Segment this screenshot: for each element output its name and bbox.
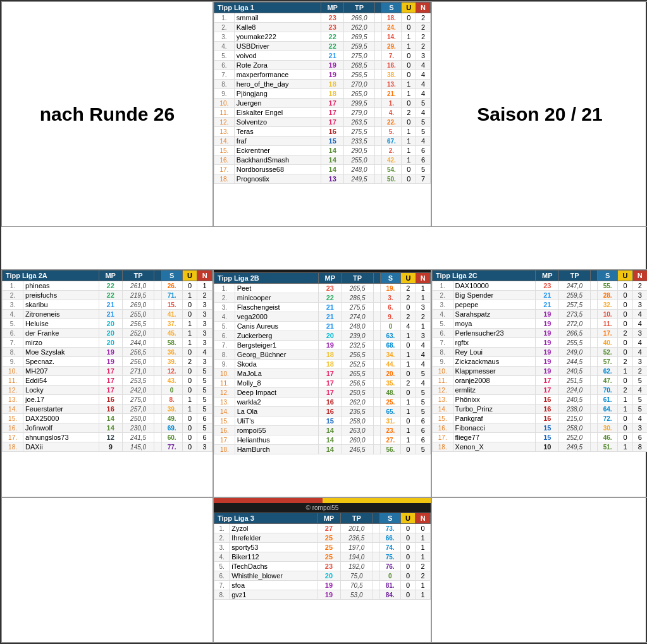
tp-cell: 262,0 [344,23,375,32]
player-name: smmail [234,13,321,23]
tp-cell: 241,5 [122,433,154,442]
n-cell: 4 [416,350,430,360]
player-name: Pankgraf [453,414,536,423]
position-cell: 11. [433,376,453,386]
blank-cell [373,312,380,322]
s-cell: 0 [161,386,182,395]
table-row: 18.Xenon_X10249,551.18 [433,442,648,452]
u-cell: 1 [402,89,416,99]
mp-cell: 19 [99,348,122,357]
tp-cell: 269,0 [122,300,154,310]
season-title: Saison 20 / 21 [477,104,602,125]
s-cell: 32. [597,300,618,310]
position-cell: 17. [214,165,235,174]
table-row: 7.rgftx19255,540.04 [433,338,648,348]
blank-cell [373,445,380,454]
n-cell: 5 [416,398,430,407]
player-name: iTechDachs [230,562,317,571]
s-cell: 62. [597,367,618,376]
u-cell: 1 [182,338,197,348]
mp-cell: 16 [99,404,122,414]
u-cell: 2 [401,293,416,303]
position-cell: 9. [214,360,235,369]
table-row: 11.oranje200817251,547.05 [433,376,648,386]
u-cell: 0 [182,423,197,433]
player-name: MH207 [23,367,99,376]
player-name: Feuerstarter [23,404,99,414]
n-cell: 1 [416,543,431,552]
blank-cell [590,300,597,310]
player-name: Juergen [234,99,321,108]
table-row: 14.Feuerstarter16257,039.15 [3,404,213,414]
s-cell: 49. [161,414,182,423]
player-name: Nordborusse68 [234,165,321,174]
blank-cell [373,407,380,416]
n-cell: 2 [416,562,431,571]
liga2a-u-header: U [182,270,197,281]
blank-cell [373,562,379,571]
tp-cell: 273,5 [559,310,591,319]
tp-cell: 266,5 [559,329,591,338]
player-name: Rote Zora [234,61,321,70]
s-cell: 72. [597,414,618,423]
liga2c-table: Tipp Liga 2C MP TP S U N 1.DAX1000023247… [432,270,647,452]
n-cell: 6 [197,433,213,442]
u-cell: 0 [400,590,416,600]
tp-cell: 249,5 [559,442,591,452]
mp-cell: 13 [321,174,344,184]
position-cell: 5. [3,319,23,329]
s-cell: 3. [380,293,401,303]
u-cell: 0 [402,13,416,23]
player-name: ahnungslos73 [23,433,99,442]
tp-cell: 258,0 [342,416,373,426]
liga2a-s-header: S [161,270,182,281]
table-row: 18.Prognostix13249,550.07 [214,174,431,184]
n-cell: 2 [416,42,431,51]
table-row: 4.USBDriver22259,529.12 [214,42,431,51]
s-cell: 35. [380,379,401,388]
liga2b-tp-header: TP [342,273,373,284]
player-name: HamBurch [235,445,318,454]
s-cell: 67. [381,137,402,146]
mp-cell: 22 [321,32,344,42]
mp-cell: 14 [318,435,342,445]
u-cell: 0 [400,581,416,590]
s-cell: 50. [381,174,402,184]
s-cell: 8. [161,395,182,404]
table-row: 4.vega200021274,09.22 [214,312,431,322]
mp-cell: 27 [317,524,340,533]
mp-cell: 17 [99,386,122,395]
table-row: 5.moya19272,011.04 [433,319,648,329]
blank-cell [374,23,381,32]
blank-cell [590,329,597,338]
table-row: 6.Whisthle_blower2075,0002 [214,571,431,581]
player-name: MaJoLa [235,369,318,379]
player-name: sporty53 [230,543,317,552]
u-cell: 0 [400,533,416,543]
table-row: 5.Canis Aureus21248,0041 [214,322,431,331]
mp-cell: 22 [321,42,344,51]
u-cell: 0 [401,445,416,454]
position-cell: 5. [433,319,453,329]
blank-cell [590,386,597,395]
s-cell: 4. [381,108,402,118]
player-name: gvz1 [230,590,317,600]
blank-cell [374,42,381,51]
position-cell: 15. [3,414,23,423]
n-cell: 4 [416,137,431,146]
tp-cell: 250,0 [122,414,154,423]
mp-cell: 16 [99,395,122,404]
blank-cell [154,414,161,423]
table-row: 2.minicooper22286,53.21 [214,293,431,303]
tp-cell: 299,5 [344,99,375,108]
table-row: 5.iTechDachs23192,076.02 [214,562,431,571]
mp-cell: 21 [536,291,559,300]
u-cell: 1 [401,407,416,416]
position-cell: 14. [433,404,453,414]
mp-cell: 19 [536,357,559,367]
player-name: Teras [234,127,321,137]
n-cell: 5 [197,376,213,386]
blank-cell [373,369,380,379]
mp-cell: 15 [536,423,559,433]
position-cell: 2. [433,291,453,300]
